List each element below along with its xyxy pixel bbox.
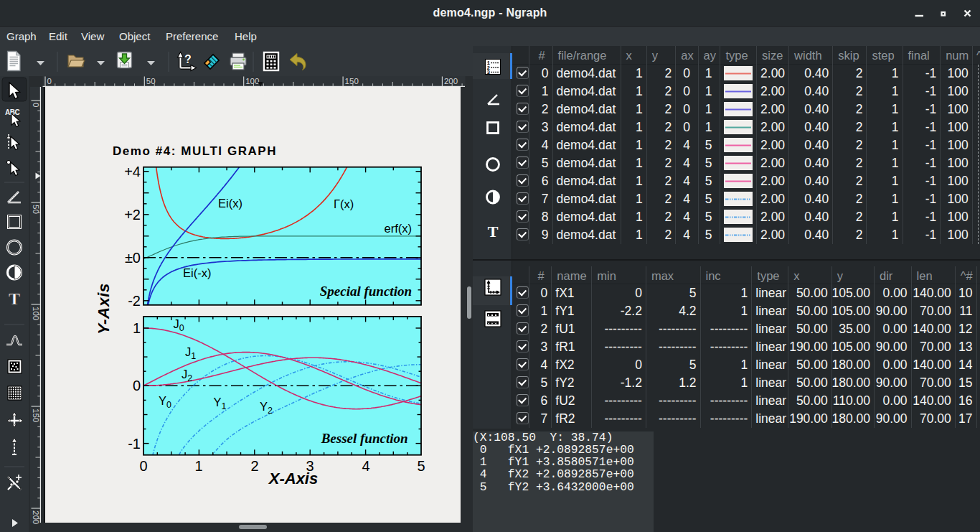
svg-text:3: 3 <box>487 70 491 75</box>
svg-text:erf(x): erf(x) <box>385 222 413 235</box>
svg-text:Ei(x): Ei(x) <box>218 197 242 210</box>
svg-text:Y-Axis: Y-Axis <box>95 283 113 335</box>
svg-text:Bessel function: Bessel function <box>321 431 408 446</box>
svg-text:200: 200 <box>444 77 458 85</box>
svg-text:1: 1 <box>194 458 202 474</box>
svg-text:50: 50 <box>146 77 156 85</box>
svg-text:Γ(x): Γ(x) <box>334 197 354 210</box>
svg-text:100: 100 <box>245 77 259 85</box>
svg-text:4: 4 <box>362 458 369 474</box>
svg-text:+4: +4 <box>124 164 141 179</box>
svg-text:0: 0 <box>133 378 141 393</box>
svg-text:-2: -2 <box>128 293 141 309</box>
svg-text:+2: +2 <box>124 207 141 223</box>
svg-text:100: 100 <box>32 307 40 320</box>
svg-text:5: 5 <box>417 458 425 474</box>
svg-text:0: 0 <box>32 103 40 107</box>
svg-text:?: ? <box>184 53 192 65</box>
svg-text:T: T <box>9 289 20 308</box>
svg-text:0: 0 <box>139 458 147 474</box>
svg-text:1: 1 <box>133 320 141 336</box>
svg-text:T: T <box>488 223 499 241</box>
svg-text:50: 50 <box>32 205 40 214</box>
svg-text:150: 150 <box>345 77 359 85</box>
svg-text:-1: -1 <box>128 436 141 452</box>
svg-text:Special function: Special function <box>320 284 412 299</box>
svg-text:2: 2 <box>250 458 258 474</box>
svg-text:200: 200 <box>32 510 40 524</box>
svg-text:X-Axis: X-Axis <box>268 470 318 487</box>
svg-text:150: 150 <box>32 409 40 422</box>
svg-text:Demo #4: MULTI GRAPH: Demo #4: MULTI GRAPH <box>113 144 277 158</box>
svg-text:0: 0 <box>47 77 52 85</box>
svg-text:±0: ±0 <box>125 250 141 266</box>
svg-text:Ei(-x): Ei(-x) <box>183 266 211 279</box>
